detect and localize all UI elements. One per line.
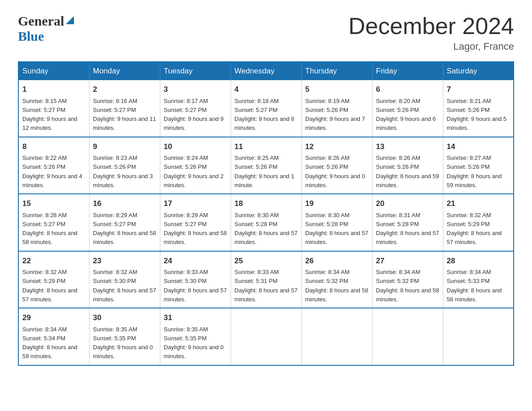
table-row: 4 Sunrise: 8:18 AMSunset: 5:27 PMDayligh… (231, 80, 301, 137)
day-number: 22 (22, 255, 86, 267)
table-row: 9 Sunrise: 8:23 AMSunset: 5:26 PMDayligh… (89, 137, 160, 194)
table-row: 1 Sunrise: 8:15 AMSunset: 5:27 PMDayligh… (18, 80, 89, 137)
day-number: 12 (305, 141, 369, 153)
col-wednesday: Wednesday (231, 62, 301, 80)
day-number: 19 (305, 198, 369, 210)
day-info: Sunrise: 8:23 AMSunset: 5:26 PMDaylight:… (93, 154, 153, 188)
day-info: Sunrise: 8:29 AMSunset: 5:27 PMDaylight:… (93, 212, 156, 246)
day-number: 4 (235, 84, 298, 95)
col-thursday: Thursday (301, 62, 372, 80)
day-number: 16 (93, 198, 156, 210)
day-info: Sunrise: 8:27 AMSunset: 5:26 PMDaylight:… (447, 154, 502, 188)
day-number: 25 (235, 255, 298, 267)
day-info: Sunrise: 8:33 AMSunset: 5:30 PMDaylight:… (164, 269, 227, 303)
day-number: 11 (235, 141, 298, 153)
col-sunday: Sunday (18, 62, 89, 80)
table-row: 12 Sunrise: 8:26 AMSunset: 5:26 PMDaylig… (301, 137, 372, 194)
day-number: 6 (376, 84, 439, 95)
calendar-table: Sunday Monday Tuesday Wednesday Thursday… (18, 61, 514, 366)
table-row: 6 Sunrise: 8:20 AMSunset: 5:26 PMDayligh… (372, 80, 443, 137)
table-row (443, 308, 514, 365)
day-number: 18 (235, 198, 298, 210)
day-info: Sunrise: 8:33 AMSunset: 5:31 PMDaylight:… (235, 269, 298, 303)
day-number: 29 (22, 312, 86, 324)
day-number: 10 (164, 141, 227, 153)
logo-general-text: General (18, 13, 64, 29)
col-monday: Monday (89, 62, 160, 80)
day-number: 8 (22, 141, 86, 153)
day-info: Sunrise: 8:26 AMSunset: 5:26 PMDaylight:… (376, 154, 439, 188)
table-row: 29 Sunrise: 8:34 AMSunset: 5:34 PMDaylig… (18, 308, 89, 365)
day-info: Sunrise: 8:32 AMSunset: 5:29 PMDaylight:… (447, 212, 502, 246)
day-info: Sunrise: 8:34 AMSunset: 5:33 PMDaylight:… (447, 269, 502, 303)
logo-blue-text: Blue (18, 29, 44, 43)
table-row: 20 Sunrise: 8:31 AMSunset: 5:28 PMDaylig… (372, 194, 443, 251)
table-row (301, 308, 372, 365)
day-info: Sunrise: 8:34 AMSunset: 5:34 PMDaylight:… (22, 326, 77, 360)
day-info: Sunrise: 8:17 AMSunset: 5:27 PMDaylight:… (164, 98, 224, 132)
table-row: 23 Sunrise: 8:32 AMSunset: 5:30 PMDaylig… (89, 251, 160, 308)
day-info: Sunrise: 8:21 AMSunset: 5:26 PMDaylight:… (447, 98, 507, 132)
table-row: 15 Sunrise: 8:28 AMSunset: 5:27 PMDaylig… (18, 194, 89, 251)
day-info: Sunrise: 8:28 AMSunset: 5:27 PMDaylight:… (22, 212, 77, 246)
table-row: 14 Sunrise: 8:27 AMSunset: 5:26 PMDaylig… (443, 137, 514, 194)
day-info: Sunrise: 8:32 AMSunset: 5:30 PMDaylight:… (93, 269, 156, 303)
table-row: 25 Sunrise: 8:33 AMSunset: 5:31 PMDaylig… (231, 251, 301, 308)
table-row: 17 Sunrise: 8:29 AMSunset: 5:27 PMDaylig… (160, 194, 231, 251)
calendar-week-row: 15 Sunrise: 8:28 AMSunset: 5:27 PMDaylig… (18, 194, 514, 251)
table-row: 16 Sunrise: 8:29 AMSunset: 5:27 PMDaylig… (89, 194, 160, 251)
day-number: 21 (447, 198, 510, 210)
day-info: Sunrise: 8:30 AMSunset: 5:28 PMDaylight:… (235, 212, 298, 246)
day-number: 20 (376, 198, 439, 210)
day-info: Sunrise: 8:22 AMSunset: 5:26 PMDaylight:… (22, 154, 82, 188)
table-row: 19 Sunrise: 8:30 AMSunset: 5:28 PMDaylig… (301, 194, 372, 251)
day-info: Sunrise: 8:30 AMSunset: 5:28 PMDaylight:… (305, 212, 369, 246)
day-number: 24 (164, 255, 227, 267)
day-number: 9 (93, 141, 156, 153)
table-row: 30 Sunrise: 8:35 AMSunset: 5:35 PMDaylig… (89, 308, 160, 365)
calendar-header-row: Sunday Monday Tuesday Wednesday Thursday… (18, 62, 514, 80)
day-number: 27 (376, 255, 439, 267)
day-number: 28 (447, 255, 510, 267)
day-info: Sunrise: 8:26 AMSunset: 5:26 PMDaylight:… (305, 154, 365, 188)
day-number: 7 (447, 84, 510, 95)
logo-triangle-icon (66, 16, 74, 26)
table-row: 24 Sunrise: 8:33 AMSunset: 5:30 PMDaylig… (160, 251, 231, 308)
day-number: 13 (376, 141, 439, 153)
table-row: 11 Sunrise: 8:25 AMSunset: 5:26 PMDaylig… (231, 137, 301, 194)
col-tuesday: Tuesday (160, 62, 231, 80)
day-info: Sunrise: 8:16 AMSunset: 5:27 PMDaylight:… (93, 98, 156, 132)
day-info: Sunrise: 8:32 AMSunset: 5:29 PMDaylight:… (22, 269, 77, 303)
day-number: 3 (164, 84, 227, 95)
day-info: Sunrise: 8:35 AMSunset: 5:35 PMDaylight:… (164, 326, 224, 360)
table-row (372, 308, 443, 365)
table-row: 21 Sunrise: 8:32 AMSunset: 5:29 PMDaylig… (443, 194, 514, 251)
day-info: Sunrise: 8:35 AMSunset: 5:35 PMDaylight:… (93, 326, 153, 360)
calendar-week-row: 22 Sunrise: 8:32 AMSunset: 5:29 PMDaylig… (18, 251, 514, 308)
calendar-week-row: 1 Sunrise: 8:15 AMSunset: 5:27 PMDayligh… (18, 80, 514, 137)
day-number: 15 (22, 198, 86, 210)
table-row: 13 Sunrise: 8:26 AMSunset: 5:26 PMDaylig… (372, 137, 443, 194)
location: Lagor, France (348, 41, 514, 52)
table-row: 10 Sunrise: 8:24 AMSunset: 5:26 PMDaylig… (160, 137, 231, 194)
day-number: 31 (164, 312, 227, 324)
day-number: 14 (447, 141, 510, 153)
day-number: 30 (93, 312, 156, 324)
table-row: 18 Sunrise: 8:30 AMSunset: 5:28 PMDaylig… (231, 194, 301, 251)
table-row: 31 Sunrise: 8:35 AMSunset: 5:35 PMDaylig… (160, 308, 231, 365)
day-number: 23 (93, 255, 156, 267)
day-info: Sunrise: 8:18 AMSunset: 5:27 PMDaylight:… (235, 98, 295, 132)
table-row (231, 308, 301, 365)
title-section: December 2024 Lagor, France (348, 13, 514, 52)
day-info: Sunrise: 8:24 AMSunset: 5:26 PMDaylight:… (164, 154, 224, 188)
day-number: 26 (305, 255, 369, 267)
day-number: 2 (93, 84, 156, 95)
day-number: 1 (22, 84, 86, 95)
day-info: Sunrise: 8:19 AMSunset: 5:26 PMDaylight:… (305, 98, 365, 132)
day-info: Sunrise: 8:20 AMSunset: 5:26 PMDaylight:… (376, 98, 436, 132)
day-info: Sunrise: 8:29 AMSunset: 5:27 PMDaylight:… (164, 212, 227, 246)
table-row: 7 Sunrise: 8:21 AMSunset: 5:26 PMDayligh… (443, 80, 514, 137)
calendar-week-row: 8 Sunrise: 8:22 AMSunset: 5:26 PMDayligh… (18, 137, 514, 194)
table-row: 22 Sunrise: 8:32 AMSunset: 5:29 PMDaylig… (18, 251, 89, 308)
day-info: Sunrise: 8:34 AMSunset: 5:32 PMDaylight:… (305, 269, 369, 303)
